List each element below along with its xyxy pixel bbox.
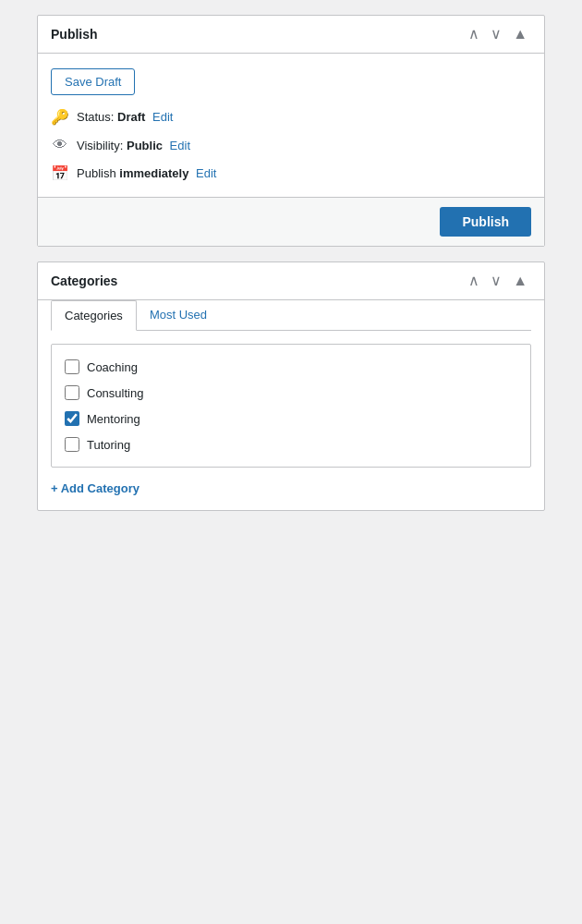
category-label: Consulting [87, 386, 143, 400]
visibility-label-text: Visibility: Public Edit [77, 139, 190, 152]
publish-panel: Publish ∧ ∨ ▲ Save Draft 🔑 Status: Draft… [37, 15, 545, 247]
category-checkbox[interactable] [65, 385, 79, 400]
categories-list: CoachingConsultingMentoringTutoring [51, 344, 531, 468]
tab-most-used[interactable]: Most Used [137, 300, 220, 331]
categories-panel-header: Categories ∧ ∨ ▲ [38, 262, 544, 300]
categories-collapse-arrow-button[interactable]: ▲ [509, 272, 531, 290]
publish-panel-header: Publish ∧ ∨ ▲ [38, 16, 544, 54]
category-label: Tutoring [87, 438, 130, 452]
category-checkbox[interactable] [65, 437, 79, 452]
schedule-label-text: Publish immediately Edit [77, 166, 216, 180]
category-checkbox[interactable] [65, 411, 79, 426]
collapse-down-button[interactable]: ∨ [487, 25, 505, 43]
list-item: Coaching [61, 354, 521, 380]
category-checkbox[interactable] [65, 359, 79, 374]
visibility-value: Public [127, 139, 163, 152]
tab-categories[interactable]: Categories [51, 300, 137, 331]
status-row: 🔑 Status: Draft Edit [51, 108, 531, 126]
categories-tabs: Categories Most Used [51, 300, 531, 331]
collapse-arrow-button[interactable]: ▲ [509, 25, 531, 43]
publish-panel-title: Publish [51, 27, 98, 42]
status-icon: 🔑 [51, 108, 69, 126]
publish-header-actions: ∧ ∨ ▲ [465, 25, 531, 43]
list-item: Mentoring [61, 406, 521, 432]
status-edit-link[interactable]: Edit [152, 110, 173, 124]
schedule-row: 📅 Publish immediately Edit [51, 164, 531, 182]
status-value: Draft [117, 110, 145, 124]
save-draft-button[interactable]: Save Draft [51, 68, 135, 95]
publish-button[interactable]: Publish [440, 207, 531, 237]
status-rows: 🔑 Status: Draft Edit 👁 Visibility: Publi… [51, 108, 531, 182]
categories-collapse-down-button[interactable]: ∨ [487, 272, 505, 290]
categories-panel-title: Categories [51, 274, 117, 288]
category-label: Coaching [87, 360, 138, 374]
categories-panel-body: Categories Most Used CoachingConsultingM… [38, 300, 544, 510]
list-item: Tutoring [61, 432, 521, 457]
status-label-text: Status: Draft Edit [77, 110, 173, 124]
visibility-edit-link[interactable]: Edit [170, 139, 190, 152]
categories-header-actions: ∧ ∨ ▲ [465, 272, 531, 290]
collapse-up-button[interactable]: ∧ [465, 25, 483, 43]
list-item: Consulting [61, 380, 521, 406]
publish-footer: Publish [38, 197, 544, 246]
categories-panel: Categories ∧ ∨ ▲ Categories Most Used Co… [37, 261, 545, 511]
publish-panel-body: Save Draft 🔑 Status: Draft Edit 👁 Visibi… [38, 54, 544, 197]
visibility-icon: 👁 [51, 137, 69, 153]
categories-collapse-up-button[interactable]: ∧ [465, 272, 483, 290]
add-category-link[interactable]: + Add Category [51, 481, 139, 495]
visibility-row: 👁 Visibility: Public Edit [51, 137, 531, 153]
schedule-value: immediately [119, 166, 188, 180]
calendar-icon: 📅 [51, 164, 69, 182]
category-label: Mentoring [87, 412, 140, 426]
schedule-edit-link[interactable]: Edit [196, 166, 216, 180]
